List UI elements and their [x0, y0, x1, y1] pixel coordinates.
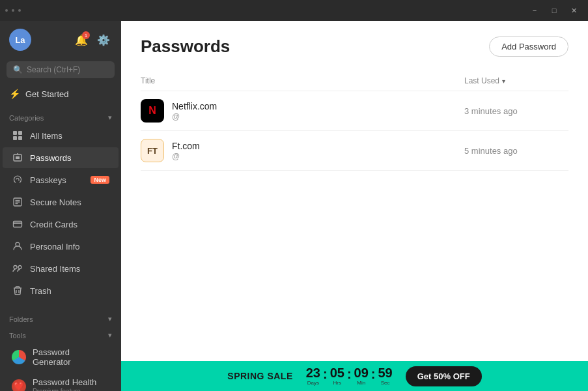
tool-info: Password Generator: [33, 347, 109, 367]
svg-rect-1: [18, 131, 22, 135]
site-username: @: [172, 152, 464, 161]
chevron-down-icon: ▾: [108, 315, 112, 323]
sort-icon: ▾: [502, 78, 505, 85]
categories-section-header: Categories ▾: [0, 108, 121, 124]
sidebar-item-label: All Items: [30, 131, 109, 141]
search-placeholder: Search (Ctrl+F): [27, 65, 80, 74]
netflix-icon: N: [141, 99, 164, 123]
spring-sale-label: SPRING SALE: [227, 371, 292, 381]
categories-label: Categories: [9, 114, 44, 122]
sidebar-item-passwords[interactable]: Passwords: [3, 147, 119, 168]
site-name: Ft.com: [172, 141, 464, 151]
settings-button[interactable]: ⚙️: [95, 31, 112, 48]
avatar[interactable]: La: [9, 29, 31, 51]
title-dot: [5, 9, 8, 12]
site-info: Ft.com @: [172, 141, 464, 161]
lightning-icon: ⚡: [9, 89, 20, 99]
get-started-label: Get Started: [25, 89, 68, 99]
sidebar-item-personal-info[interactable]: Personal Info: [3, 236, 119, 257]
trash-icon: [12, 285, 23, 297]
new-badge: New: [91, 176, 109, 184]
last-used-value: 5 minutes ago: [464, 146, 568, 156]
sec-label: Sec: [381, 380, 390, 386]
sidebar-item-credit-cards[interactable]: Credit Cards: [3, 214, 119, 235]
svg-rect-3: [18, 136, 22, 140]
sidebar-item-secure-notes[interactable]: Secure Notes: [3, 192, 119, 212]
days-block: 23 Days: [306, 366, 320, 386]
svg-rect-0: [13, 131, 17, 135]
site-name: Netflix.com: [172, 101, 464, 111]
hrs-label: Hrs: [333, 380, 341, 386]
get-started-item[interactable]: ⚡ Get Started: [0, 85, 121, 103]
tool-password-health[interactable]: ❤️ Password Health Premium feature: [3, 373, 119, 391]
sidebar-item-label: Credit Cards: [30, 220, 109, 229]
generator-icon: [12, 350, 26, 364]
tools-label: Tools: [9, 332, 26, 340]
folders-label: Folders: [9, 315, 33, 323]
folders-section-header: Folders ▾: [0, 310, 121, 326]
countdown: 23 Days : 05 Hrs : 09 Min : 59 Sec: [306, 366, 393, 386]
notification-badge: 1: [82, 31, 90, 39]
column-last-used[interactable]: Last Used ▾: [464, 76, 568, 85]
sidebar-item-label: Secure Notes: [30, 197, 109, 207]
maximize-button[interactable]: □: [545, 4, 563, 17]
sidebar-item-label: Personal Info: [30, 242, 109, 252]
fingerprint-icon: [12, 174, 23, 186]
last-used-label: Last Used: [464, 76, 499, 85]
health-icon: ❤️: [12, 379, 26, 392]
sidebar-item-trash[interactable]: Trash: [3, 280, 119, 301]
table-row[interactable]: FT Ft.com @ 5 minutes ago: [141, 131, 568, 171]
hrs-value: 05: [330, 366, 344, 379]
min-label: Min: [357, 380, 365, 386]
svg-rect-11: [14, 222, 22, 227]
shared-icon: [12, 263, 23, 274]
separator: :: [371, 367, 376, 382]
app-body: La 🔔 1 ⚙️ 🔍 Search (Ctrl+F) ⚡ Get Starte…: [0, 21, 588, 391]
tool-password-generator[interactable]: Password Generator: [3, 343, 119, 371]
grid-icon: [12, 130, 23, 141]
main-content: Passwords Add Password Title Last Used ▾…: [121, 21, 588, 361]
sidebar-header: La 🔔 1 ⚙️: [0, 21, 121, 59]
add-password-button[interactable]: Add Password: [489, 36, 568, 57]
note-icon: [12, 196, 23, 208]
sidebar-item-label: Passwords: [30, 153, 109, 163]
spring-sale-banner: SPRING SALE 23 Days : 05 Hrs : 09 Min :: [121, 361, 588, 391]
separator: :: [323, 367, 328, 382]
site-username: @: [172, 112, 464, 121]
notification-button[interactable]: 🔔 1: [73, 31, 90, 48]
site-info: Netflix.com @: [172, 101, 464, 121]
chevron-down-icon: ▾: [108, 331, 112, 340]
min-block: 09 Min: [354, 366, 369, 386]
svg-rect-2: [13, 136, 17, 140]
table-row[interactable]: N Netflix.com @ 3 minutes ago: [141, 91, 568, 131]
search-icon: 🔍: [13, 65, 23, 74]
svg-point-15: [18, 266, 21, 269]
sidebar-item-label: Trash: [30, 286, 109, 296]
get-off-button[interactable]: Get 50% OFF: [406, 366, 482, 386]
sidebar-item-label: Shared Items: [30, 264, 109, 274]
chevron-down-icon: ▾: [108, 113, 112, 122]
page-title: Passwords: [141, 36, 230, 57]
last-used-value: 3 minutes ago: [464, 106, 568, 116]
tools-section-header: Tools ▾: [0, 326, 121, 342]
card-icon: [12, 218, 23, 230]
hrs-block: 05 Hrs: [330, 366, 344, 386]
sidebar-item-shared-items[interactable]: Shared Items: [3, 258, 119, 279]
close-button[interactable]: ✕: [565, 4, 583, 17]
tool-info: Password Health Premium feature: [33, 377, 109, 391]
sidebar-item-passkeys[interactable]: Passkeys New: [3, 169, 119, 190]
title-bar-dots: [5, 9, 21, 12]
title-dot: [18, 9, 21, 12]
tool-name: Password Generator: [33, 347, 109, 367]
tool-sub: Premium feature: [33, 388, 109, 391]
header-icons: 🔔 1 ⚙️: [73, 31, 112, 48]
sidebar-item-all-items[interactable]: All Items: [3, 125, 119, 146]
main-panel: Passwords Add Password Title Last Used ▾…: [121, 21, 588, 391]
column-title: Title: [141, 76, 464, 85]
title-dot: [12, 9, 14, 12]
sidebar-item-label: Passkeys: [30, 175, 84, 185]
search-bar[interactable]: 🔍 Search (Ctrl+F): [7, 61, 115, 78]
minimize-button[interactable]: −: [525, 4, 544, 17]
min-value: 09: [354, 366, 369, 379]
days-label: Days: [307, 380, 319, 386]
